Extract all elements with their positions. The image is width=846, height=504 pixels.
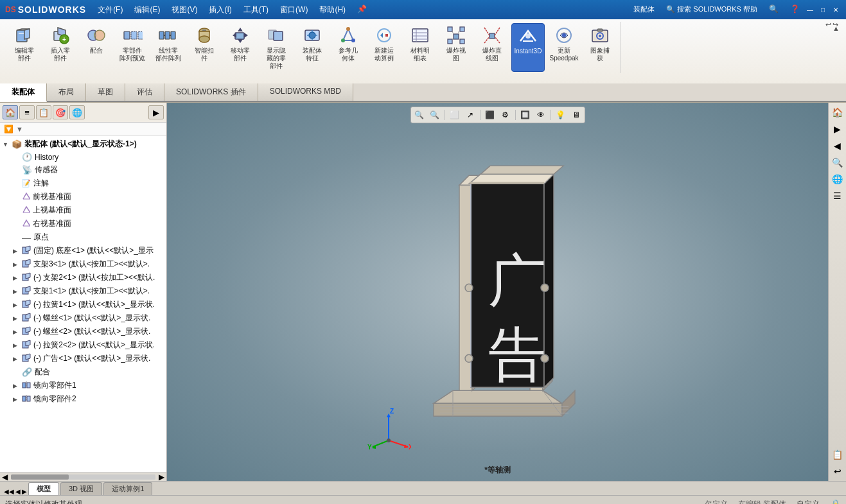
ribbon-smart-fastener[interactable]: 智能扣件 [188, 23, 221, 72]
tree-spring1-arrow[interactable]: ▶ [13, 302, 22, 308]
scroll-left-bottom[interactable]: ◀◀ [4, 488, 14, 495]
panel-btn-home[interactable]: 🏠 [3, 105, 18, 119]
menu-file[interactable]: 文件(F) [93, 3, 128, 17]
tree-bracket3[interactable]: ▶ 支架3<1> (默认<按加工><<默认>. [0, 257, 166, 271]
tree-bracket3-arrow[interactable]: ▶ [13, 261, 22, 268]
close-button[interactable]: ✕ [831, 5, 841, 14]
tree-bracket1[interactable]: ▶ 支架1<1> (默认<按加工><<默认>. [0, 284, 166, 298]
help-question[interactable]: ❓ [785, 3, 805, 17]
ribbon-ref-geometry[interactable]: 参考几何体 [331, 23, 365, 72]
scroll-next[interactable]: ▶ [22, 488, 27, 495]
tree-spring2[interactable]: ▶ (-) 拉簧2<2> (默认<<默认>_显示状. [0, 338, 166, 352]
scroll-prev[interactable]: ◀ [15, 488, 21, 495]
status-customize[interactable]: 自定义 [797, 499, 820, 504]
ribbon-new-motion[interactable]: 新建运动算例 [367, 23, 401, 72]
panel-btn-expand[interactable]: ▶ [148, 105, 164, 119]
tree-ad-arrow[interactable]: ▶ [13, 356, 22, 362]
tree-base-arrow[interactable]: ▶ [13, 248, 22, 254]
quick-access-2[interactable]: ↪ [833, 21, 838, 29]
tree-mirror2[interactable]: ▶ 镜向零部件2 [0, 392, 166, 406]
tree-screw1[interactable]: ▶ (-) 螺丝<1> (默认<<默认>_显示状. [0, 311, 166, 325]
help-search-btn[interactable]: 🔍 [764, 3, 784, 17]
rp-bottom1[interactable]: 📋 [831, 448, 845, 462]
tree-root-arrow[interactable]: ▼ [3, 141, 12, 148]
tree-root[interactable]: ▼ 📦 装配体 (默认<默认_显示状态-1>) [0, 137, 166, 151]
menu-edit[interactable]: 编辑(E) [129, 3, 165, 17]
tree-history[interactable]: 🕐 History [0, 151, 166, 163]
tree-spring2-arrow[interactable]: ▶ [13, 342, 22, 349]
tree-bracket2-arrow[interactable]: ▶ [13, 275, 22, 281]
tree-base[interactable]: ▶ (固定) 底座<1> (默认<<默认>_显示 [0, 244, 166, 257]
tree-annotations[interactable]: 📝 注解 [0, 177, 166, 190]
viewport[interactable]: 🔍 🔍 ⬜ ↗ ⬛ ⚙ 🔲 👁 💡 🖥 [167, 103, 828, 481]
minimize-button[interactable]: — [805, 5, 815, 14]
tree-right-plane-icon [22, 219, 30, 229]
rp-bottom2[interactable]: ↩ [831, 464, 845, 478]
ribbon-assembly-feature[interactable]: 装配体特征 [295, 23, 329, 72]
ribbon-bom[interactable]: 材料明细表 [403, 23, 437, 72]
menu-pin[interactable]: 📌 [352, 3, 372, 17]
tree-sensors[interactable]: 📡 传感器 [0, 163, 166, 177]
scroll-right-btn[interactable]: ▶ [157, 473, 166, 482]
ribbon-speedpak[interactable]: 更新Speedpak [547, 23, 581, 72]
ribbon-show-hidden[interactable]: 显示隐藏的零部件 [260, 23, 293, 72]
scroll-thumb[interactable] [11, 474, 69, 480]
menu-insert[interactable]: 插入(I) [204, 3, 236, 17]
rp-menu[interactable]: ☰ [831, 189, 845, 203]
menu-view[interactable]: 视图(V) [166, 3, 202, 17]
restore-button[interactable]: □ [818, 5, 828, 14]
tree-screw2-arrow[interactable]: ▶ [13, 329, 22, 335]
ribbon-edit-part[interactable]: 编辑零部件 [8, 23, 41, 72]
tab-solidworks-mbd[interactable]: SOLIDWORKS MBD [258, 83, 353, 101]
tree-top-plane[interactable]: 上视基准面 [0, 204, 166, 217]
rp-back[interactable]: ◀ [831, 139, 845, 153]
ribbon-move-part[interactable]: 移动零部件 [224, 23, 257, 72]
tree-screw2[interactable]: ▶ (-) 螺丝<2> (默认<<默认>_显示状. [0, 325, 166, 338]
bottom-tab-model[interactable]: 模型 [28, 482, 59, 495]
rp-forward[interactable]: ▶ [831, 122, 845, 136]
rp-home[interactable]: 🏠 [831, 105, 845, 119]
ribbon-linear-array[interactable]: 线性零部件阵列 [152, 23, 185, 72]
tree-bracket1-arrow[interactable]: ▶ [13, 288, 22, 295]
ribbon-screenshot[interactable]: 图象捕获 [583, 23, 617, 72]
panel-btn-globe[interactable]: 🌐 [69, 105, 85, 119]
panel-btn-list[interactable]: ≡ [19, 105, 35, 119]
tree-bracket2[interactable]: ▶ (-) 支架2<1> (默认<按加工><<默认. [0, 271, 166, 284]
tab-evaluate[interactable]: 评估 [125, 83, 164, 101]
ribbon-mate[interactable]: 配合 [80, 23, 113, 72]
tree-origin[interactable]: — 原点 [0, 230, 166, 244]
ribbon-explode-line[interactable]: 爆炸直线图 [475, 23, 509, 72]
quick-access-1[interactable]: ↩ [825, 21, 831, 29]
tree-right-plane[interactable]: 右视基准面 [0, 217, 166, 230]
tree-mate[interactable]: 🔗 配合 [0, 365, 166, 379]
ribbon-insert-part[interactable]: + 插入零部件 [44, 23, 77, 72]
tab-sketch[interactable]: 草图 [86, 83, 125, 101]
tree-spring1[interactable]: ▶ (-) 拉簧1<1> (默认<<默认>_显示状. [0, 298, 166, 311]
svg-point-24 [351, 39, 355, 42]
ribbon-instant3d[interactable]: Instant3D [511, 23, 545, 72]
rp-zoom[interactable]: 🔍 [831, 155, 845, 169]
menu-tools[interactable]: 工具(T) [238, 3, 274, 17]
menu-window[interactable]: 窗口(W) [275, 3, 313, 17]
panel-btn-doc[interactable]: 📋 [36, 105, 51, 119]
ribbon-explode-view[interactable]: 爆炸视图 [439, 23, 473, 72]
panel-scrollbar[interactable]: ◀ ▶ [0, 472, 166, 481]
panel-btn-target[interactable]: 🎯 [53, 105, 68, 119]
tree-mirror1[interactable]: ▶ 镜向零部件1 [0, 379, 166, 392]
scroll-left-btn[interactable]: ◀ [0, 473, 10, 482]
tab-assembly[interactable]: 装配体 [0, 83, 47, 102]
rp-globe[interactable]: 🌐 [831, 172, 845, 186]
ribbon-part-array[interactable]: 零部件阵列预览 [116, 23, 149, 72]
tab-solidworks-plugins[interactable]: SOLIDWORKS 插件 [164, 83, 258, 101]
tree-mirror2-arrow[interactable]: ▶ [13, 396, 22, 403]
tab-layout[interactable]: 布局 [47, 83, 86, 101]
tree-front-plane[interactable]: 前视基准面 [0, 190, 166, 204]
bottom-tab-motion[interactable]: 运动算例1 [103, 482, 152, 495]
svg-point-39 [562, 33, 566, 37]
tree-mirror1-arrow[interactable]: ▶ [13, 383, 22, 389]
menu-help[interactable]: 帮助(H) [314, 3, 351, 17]
bottom-tab-3dview[interactable]: 3D 视图 [60, 482, 102, 495]
search-sw[interactable]: 🔍 搜索 SOLIDWORKS 帮助 [661, 3, 762, 17]
tree-ad[interactable]: ▶ (-) 广告<1> (默认<<默认>_显示状. [0, 352, 166, 365]
tree-screw1-arrow[interactable]: ▶ [13, 315, 22, 322]
